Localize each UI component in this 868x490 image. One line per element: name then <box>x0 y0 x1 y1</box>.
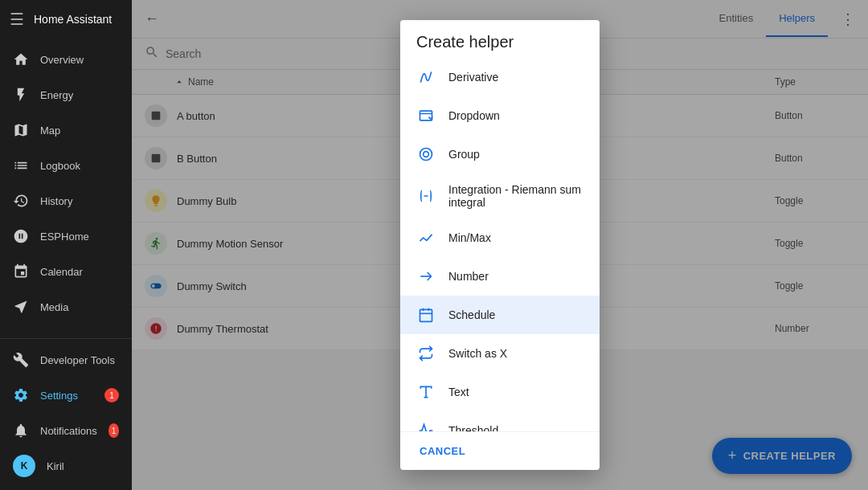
notifications-icon <box>13 423 29 439</box>
sidebar-item-settings[interactable]: Settings 1 <box>0 378 132 413</box>
helper-label-threshold: Threshold <box>448 424 498 431</box>
sidebar-label-logbook: Logbook <box>40 160 80 172</box>
sidebar-item-calendar[interactable]: Calendar <box>0 254 132 289</box>
sidebar-bottom: Developer Tools Settings 1 Notifications… <box>0 338 132 490</box>
helper-option-derivative[interactable]: Derivative <box>400 58 600 96</box>
helper-option-schedule[interactable]: Schedule <box>400 296 600 334</box>
group-icon <box>416 145 436 164</box>
modal-overlay: Create helper Derivative Dropdown <box>132 0 868 490</box>
sidebar-item-overview[interactable]: Overview <box>0 42 132 77</box>
modal-list: Derivative Dropdown Group <box>400 58 600 431</box>
settings-badge: 1 <box>104 388 119 402</box>
switch-as-x-icon <box>416 344 436 363</box>
minmax-icon <box>416 228 436 247</box>
sidebar-label-esphome: ESPHome <box>40 231 89 243</box>
sidebar-label-developer-tools: Developer Tools <box>40 354 115 366</box>
svg-point-4 <box>420 149 432 161</box>
sidebar-item-energy[interactable]: Energy <box>0 77 132 112</box>
helper-label-dropdown: Dropdown <box>448 109 500 122</box>
modal-footer: CANCEL <box>400 431 600 470</box>
helper-option-dropdown[interactable]: Dropdown <box>400 96 600 135</box>
sidebar-label-calendar: Calendar <box>40 266 83 278</box>
logbook-icon <box>13 157 29 174</box>
developer-tools-icon <box>13 352 29 368</box>
sidebar-nav: Overview Energy Map Logbook History <box>0 39 132 338</box>
helper-option-group[interactable]: Group <box>400 135 600 174</box>
settings-icon <box>13 387 29 403</box>
helper-option-threshold[interactable]: Threshold <box>400 411 600 431</box>
sidebar-item-media[interactable]: Media <box>0 289 132 325</box>
helper-option-switch-as-x[interactable]: Switch as X <box>400 334 600 373</box>
svg-rect-9 <box>420 309 432 321</box>
number-icon <box>416 267 436 286</box>
sidebar-item-profile[interactable]: K Kiril <box>0 448 132 484</box>
helper-label-schedule: Schedule <box>448 308 495 321</box>
notifications-badge: 1 <box>108 423 119 438</box>
helper-option-number[interactable]: Number <box>400 257 600 296</box>
sidebar-label-notifications: Notifications <box>40 425 97 437</box>
esphome-icon <box>13 228 29 244</box>
derivative-icon <box>416 67 436 87</box>
sidebar-label-profile: Kiril <box>47 460 64 472</box>
integration-icon <box>416 186 436 206</box>
helper-option-integration[interactable]: Integration - Riemann sum integral <box>400 174 600 218</box>
helper-label-group: Group <box>448 148 480 161</box>
create-helper-modal: Create helper Derivative Dropdown <box>400 20 600 470</box>
calendar-icon <box>13 263 29 280</box>
helper-label-derivative: Derivative <box>448 71 498 84</box>
helper-label-minmax: Min/Max <box>448 231 491 244</box>
sidebar-label-media: Media <box>40 301 68 313</box>
hamburger-icon[interactable]: ☰ <box>10 10 24 29</box>
map-icon <box>13 122 29 138</box>
sidebar-label-settings: Settings <box>40 390 78 402</box>
threshold-icon <box>416 421 436 431</box>
modal-title: Create helper <box>400 20 600 58</box>
cancel-button[interactable]: CANCEL <box>410 439 475 463</box>
sidebar-item-logbook[interactable]: Logbook <box>0 148 132 183</box>
overview-icon <box>13 51 29 67</box>
sidebar-item-esphome[interactable]: ESPHome <box>0 218 132 254</box>
text-icon <box>416 382 436 402</box>
schedule-icon <box>416 305 436 325</box>
sidebar-item-developer-tools[interactable]: Developer Tools <box>0 342 132 378</box>
svg-point-5 <box>424 152 429 157</box>
avatar: K <box>13 455 35 477</box>
helper-label-integration: Integration - Riemann sum integral <box>448 183 583 209</box>
helper-label-text: Text <box>448 386 469 398</box>
sidebar-item-notifications[interactable]: Notifications 1 <box>0 413 132 448</box>
sidebar: ☰ Home Assistant Overview Energy Map Lo <box>0 0 132 490</box>
sidebar-item-map[interactable]: Map <box>0 112 132 148</box>
energy-icon <box>13 87 29 103</box>
sidebar-label-overview: Overview <box>40 54 84 66</box>
helper-label-number: Number <box>448 270 489 283</box>
helper-label-switch-as-x: Switch as X <box>448 347 507 360</box>
helper-option-text[interactable]: Text <box>400 373 600 411</box>
sidebar-item-history[interactable]: History <box>0 183 132 218</box>
sidebar-label-map: Map <box>40 125 60 137</box>
main-content: ← Entities Helpers ⋮ Name Type A button … <box>132 0 868 490</box>
dropdown-icon <box>416 106 436 125</box>
media-icon <box>13 299 29 315</box>
history-icon <box>13 193 29 209</box>
helper-option-minmax[interactable]: Min/Max <box>400 218 600 257</box>
sidebar-header: ☰ Home Assistant <box>0 0 132 39</box>
app-title: Home Assistant <box>34 13 112 26</box>
sidebar-label-energy: Energy <box>40 89 73 101</box>
sidebar-label-history: History <box>40 195 72 207</box>
